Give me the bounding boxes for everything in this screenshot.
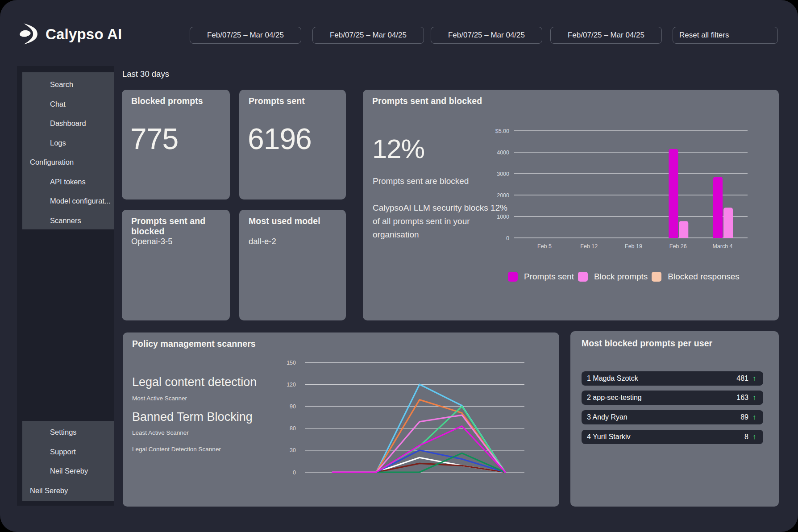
user-blocked-count: 163 — [732, 394, 748, 402]
sidebar-item-configuration[interactable]: Configuration — [22, 153, 114, 172]
calypso-logo-icon — [18, 22, 41, 46]
user-rank-name: 1 Magda Szotck — [587, 374, 732, 382]
policy-scanners-card: Policy management scanners Legal content… — [123, 332, 559, 507]
svg-text:0: 0 — [293, 470, 296, 476]
least-active-scanner-label: Least Active Scanner — [132, 429, 189, 436]
trend-up-icon: ↑ — [752, 394, 756, 402]
svg-text:$5.00: $5.00 — [495, 128, 509, 134]
sidebar-item-chat[interactable]: Chat — [22, 95, 114, 114]
sidebar-item-settings[interactable]: Settings — [22, 423, 114, 442]
user-rank-name: 4 Yuril Starkiv — [587, 433, 732, 441]
user-rank-name: 2 app-sec-testing — [587, 394, 732, 402]
card-title: Blocked prompts — [131, 96, 203, 106]
legend-swatch — [578, 272, 588, 282]
sidebar-item-neil-sereby[interactable]: Neil Sereby — [22, 481, 114, 501]
svg-text:120: 120 — [287, 382, 296, 388]
svg-text:Feb 12: Feb 12 — [580, 243, 598, 249]
card-title: Most used model — [249, 216, 320, 226]
user-row[interactable]: 4 Yuril Starkiv8↑ — [582, 430, 763, 444]
blocked-prompts-value: 775 — [130, 122, 178, 156]
sidebar-item-dashboard[interactable]: Dashboard — [22, 114, 114, 133]
user-blocked-count: 89 — [732, 413, 748, 421]
reset-filters-button[interactable]: Reset all filters — [673, 27, 778, 44]
sidebar-item-neil-sereby[interactable]: Neil Sereby — [22, 461, 114, 481]
svg-text:4000: 4000 — [497, 150, 509, 156]
trend-up-icon: ↑ — [752, 433, 756, 441]
least-active-scanner-name: Banned Term Blocking — [132, 410, 253, 424]
most-active-scanner-name: Legal content detection — [132, 375, 257, 389]
date-filter-1[interactable]: Feb/07/25 – Mar 04/25 — [190, 27, 301, 44]
svg-text:90: 90 — [290, 403, 296, 410]
prompts-sent-card: Prompts sent 6196 — [239, 90, 346, 200]
sidebar-item-api-tokens[interactable]: API tokens — [22, 172, 114, 192]
sent-blocked-model-card: Prompts sent and blocked Openai-3-5 — [122, 210, 230, 320]
sidebar-nav-panel: SearchChatDashboardLogsConfigurationAPI … — [22, 72, 114, 229]
card-title: Prompts sent and blocked — [372, 96, 482, 106]
trend-up-icon: ↑ — [752, 374, 756, 382]
legend-item: Block prompts — [578, 272, 648, 282]
svg-text:2000: 2000 — [497, 192, 509, 199]
sidebar-item-model-configurat[interactable]: Model configurat... — [22, 191, 114, 211]
most-active-scanner-label: Most Active Scanner — [132, 395, 187, 402]
user-row[interactable]: 3 Andy Ryan89↑ — [582, 410, 763, 424]
svg-text:March 4: March 4 — [712, 243, 732, 249]
card-title: Prompts sent and blocked — [131, 216, 230, 237]
card-title: Most blocked prompts per user — [582, 338, 712, 349]
card-title: Policy management scanners — [132, 339, 256, 349]
user-rank-name: 3 Andy Ryan — [587, 413, 732, 421]
trend-up-icon: ↑ — [752, 413, 756, 421]
svg-text:80: 80 — [290, 425, 296, 432]
blocked-percent: 12% — [372, 133, 424, 164]
period-label: Last 30 days — [122, 69, 169, 79]
legend-label: Block prompts — [594, 272, 648, 282]
legend-item: Prompts sent — [508, 272, 574, 282]
legend-swatch — [652, 272, 661, 282]
date-filter-4[interactable]: Feb/07/25 – Mar 04/25 — [550, 27, 662, 44]
svg-text:150: 150 — [287, 360, 296, 366]
sidebar-footer-panel: SettingsSupportNeil SerebyNeil Sereby — [22, 421, 114, 501]
date-filter-3[interactable]: Feb/07/25 – Mar 04/25 — [431, 27, 542, 44]
most-used-model-value: dall-e-2 — [249, 237, 276, 246]
svg-text:Feb 19: Feb 19 — [625, 243, 642, 249]
percent-subtitle: Prompts sent are blocked — [373, 176, 469, 186]
user-blocked-count: 8 — [732, 433, 748, 441]
user-row[interactable]: 1 Magda Szotck481↑ — [582, 371, 763, 386]
date-filter-2[interactable]: Feb/07/25 – Mar 04/25 — [312, 27, 424, 44]
legend-label: Blocked responses — [668, 272, 740, 282]
sidebar-item-support[interactable]: Support — [22, 442, 114, 462]
sidebar-item-search[interactable]: Search — [22, 75, 114, 95]
most-used-model-card: Most used model dall-e-2 — [239, 210, 346, 320]
percent-description: CalypsoAI LLM security blocks 12% of all… — [373, 201, 512, 241]
sidebar: SearchChatDashboardLogsConfigurationAPI … — [17, 66, 114, 506]
legend-swatch — [508, 272, 518, 282]
legend-item: Blocked responses — [652, 272, 740, 282]
app-canvas: Calypso AI Feb/07/25 – Mar 04/25 Feb/07/… — [0, 0, 798, 532]
logo-text: Calypso AI — [46, 26, 122, 43]
svg-text:Feb 26: Feb 26 — [669, 243, 687, 249]
user-blocked-count: 481 — [732, 374, 748, 382]
chart-legend: Prompts sentBlock promptsBlocked respons… — [508, 271, 740, 282]
prompts-sent-value: 6196 — [248, 122, 312, 156]
svg-text:3000: 3000 — [497, 171, 509, 177]
card-title: Prompts sent — [249, 96, 305, 106]
svg-text:30: 30 — [290, 447, 296, 453]
prompts-sent-blocked-chart-card: Prompts sent and blocked 12% Prompts sen… — [363, 90, 779, 320]
sent-blocked-model-value: Openai-3-5 — [131, 237, 173, 246]
svg-text:Feb 5: Feb 5 — [537, 243, 552, 249]
legend-label: Prompts sent — [524, 272, 574, 282]
most-blocked-users-card: Most blocked prompts per user 1 Magda Sz… — [570, 331, 779, 507]
scanner-footnote: Legal Content Detection Scanner — [132, 446, 221, 453]
sidebar-item-logs[interactable]: Logs — [22, 133, 114, 153]
blocked-prompts-card: Blocked prompts 775 — [122, 90, 230, 200]
user-row[interactable]: 2 app-sec-testing163↑ — [582, 391, 763, 405]
sidebar-item-scanners[interactable]: Scanners — [22, 211, 114, 231]
